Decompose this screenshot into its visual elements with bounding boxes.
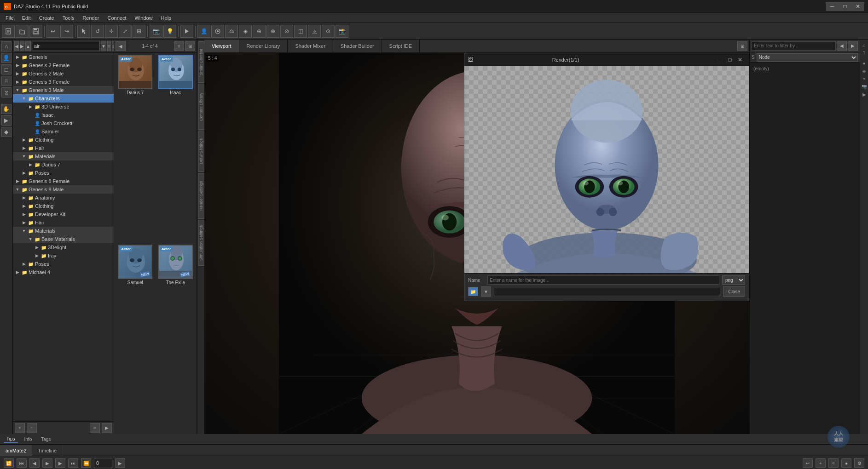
aux-tool-2[interactable]: ⊘ [280,25,293,38]
tree-genesis8m[interactable]: ▼ 📁 Genesis 8 Male [13,185,114,194]
render-minimize[interactable]: ─ [715,55,725,65]
tree-genesis3f[interactable]: ▶ 📁 Genesis 3 Female [13,78,114,86]
right-icon-help[interactable]: ? [861,49,868,57]
render-maximize[interactable]: □ [725,55,735,65]
viewport-options[interactable]: ⊞ [737,41,747,51]
tree-genesis3m[interactable]: ▼ 📁 Genesis 3 Male [13,86,114,94]
menu-edit[interactable]: Edit [18,13,35,23]
frame-forward[interactable]: ▶ [115,458,125,468]
thumbnail-isaac[interactable]: Actor Isaac [156,55,195,243]
translate-tool[interactable]: ✛ [105,25,118,38]
icon-scene[interactable]: ◻ [1,64,12,74]
undo-button[interactable]: ↩ [46,25,59,38]
tree-hair-g8m[interactable]: ▶ 📁 Hair [13,218,114,227]
menu-render[interactable]: Render [79,13,103,23]
content-library-tab[interactable]: Content Library [198,84,204,130]
smart-content-tab[interactable]: Smart Content [198,41,204,83]
nav-forward[interactable]: ▶ [20,41,24,51]
render-dropdown[interactable]: ▼ [481,286,491,297]
camera-tool[interactable]: 📷 [150,25,162,38]
remove-item-button[interactable]: − [27,423,37,433]
right-icon-color[interactable]: ● [861,59,868,67]
geometry-tool[interactable]: ◈ [239,25,252,38]
info-tab[interactable]: Info [22,436,35,443]
anim-settings[interactable]: ⚙ [854,458,864,468]
thumb-list-view[interactable]: ≡ [174,41,184,51]
menu-create[interactable]: Create [35,13,58,23]
morph-tool[interactable] [211,25,224,38]
menu-help[interactable]: Help [157,13,175,23]
right-icon-camera2[interactable]: 📷 [861,83,868,90]
more-button[interactable]: ▶ [102,423,112,433]
view-list[interactable]: ≡ [107,41,111,51]
tree-darius7[interactable]: ▶ 📁 Darius 7 [13,160,114,169]
step-back-button[interactable]: ◀ [29,458,40,468]
figure-tool[interactable]: 👤 [197,25,210,38]
anim-wave[interactable]: ≈ [828,458,839,468]
node-select-tool[interactable]: ⊕ [253,25,266,38]
close-button[interactable]: ✕ [851,2,864,11]
tree-isaac[interactable]: 👤 Isaac [13,111,114,119]
thumbnail-darius7[interactable]: Actor Darius 7 [116,55,155,243]
right-nav-forward[interactable]: ▶ [848,41,858,51]
tree-poses-g3m[interactable]: ▶ 📁 Poses [13,169,114,177]
right-icon-home[interactable]: ⌂ [861,41,868,49]
options-button[interactable]: ≡ [90,423,100,433]
weight-tool[interactable]: ⚖ [225,25,238,38]
tree-hair-g3m[interactable]: ▶ 📁 Hair [13,144,114,152]
last-frame-button[interactable]: ⏭ [68,458,78,468]
menu-tools[interactable]: Tools [59,13,78,23]
render-name-input[interactable] [487,275,719,285]
thumbnail-samuel[interactable]: Actor NEW Samuel [116,245,155,433]
tree-clothing-g8m[interactable]: ▶ 📁 Clothing [13,202,114,210]
tree-genesis8f[interactable]: ▶ 📁 Genesis 8 Female [13,177,114,185]
right-search-input[interactable] [752,41,836,51]
nav-up[interactable]: ▲ [25,41,31,51]
aux-tool-3[interactable]: ◫ [294,25,307,38]
shader-builder-tab[interactable]: Shader Builder [333,40,382,52]
tree-devkit[interactable]: ▶ 📁 Developer Kit [13,210,114,218]
record-button[interactable]: ⏪ [81,458,91,468]
tree-materials-g3m[interactable]: ▼ 📁 Materials [13,152,114,160]
icon-home[interactable]: ⌂ [1,41,12,51]
tree-materials-g8m[interactable]: ▼ 📁 Materials [13,227,114,235]
play-button[interactable]: ▶ [42,458,52,468]
save-button[interactable] [29,25,42,38]
menu-window[interactable]: Window [131,13,156,23]
tree-poses-g8m[interactable]: ▶ 📁 Poses [13,260,114,268]
tree-basematerials[interactable]: ▼ 📁 Base Materials [13,235,114,243]
step-forward-button[interactable]: ▶ [55,458,65,468]
tree-characters[interactable]: ▼ 📁 Characters [13,94,114,103]
icon-keyframe[interactable]: ◆ [1,127,12,137]
tree-3delight[interactable]: ▶ 📁 3Delight [13,243,114,252]
rotate-tool[interactable]: ↺ [91,25,104,38]
aux-tool-5[interactable]: ⊙ [322,25,335,38]
icon-person[interactable]: 👤 [1,53,12,63]
open-file-button[interactable] [16,25,29,38]
menu-file[interactable]: File [2,13,17,23]
new-scene-button[interactable] [2,25,15,38]
scale-tool[interactable]: ⤢ [119,25,132,38]
tree-genesis[interactable]: ▶ 📁 Genesis [13,53,114,61]
thumb-back[interactable]: ◀ [116,41,126,51]
filter-type-select[interactable]: Node [757,53,858,62]
tree-clothing-g3m[interactable]: ▶ 📁 Clothing [13,136,114,144]
render-path-input[interactable]: C:/Users/StudioJ/Dropbox/Gestures/Render… [494,287,720,296]
tree-iray[interactable]: ▶ 📁 Iray [13,252,114,260]
select-tool[interactable] [77,25,90,38]
search-go[interactable]: ▼ [101,41,106,51]
right-icon-render2[interactable]: ▶ [861,91,868,98]
maximize-button[interactable]: □ [839,2,851,11]
draw-settings-tab[interactable]: Draw Settings [198,131,204,172]
tree-anatomy-g8m[interactable]: ▶ 📁 Anatomy [13,194,114,202]
icon-params[interactable]: ≡ [1,76,12,86]
loop-button[interactable]: 🔁 [4,458,14,468]
menu-connect[interactable]: Connect [104,13,130,23]
redo-button[interactable]: ↪ [60,25,73,38]
tips-tab[interactable]: Tips [4,435,18,443]
right-icon-light[interactable]: ☀ [861,75,868,82]
render-close[interactable]: ✕ [735,55,745,65]
screenshot-tool[interactable]: 📸 [336,25,348,38]
add-item-button[interactable]: + [15,423,25,433]
thumb-grid-view[interactable]: ⊞ [185,41,195,51]
